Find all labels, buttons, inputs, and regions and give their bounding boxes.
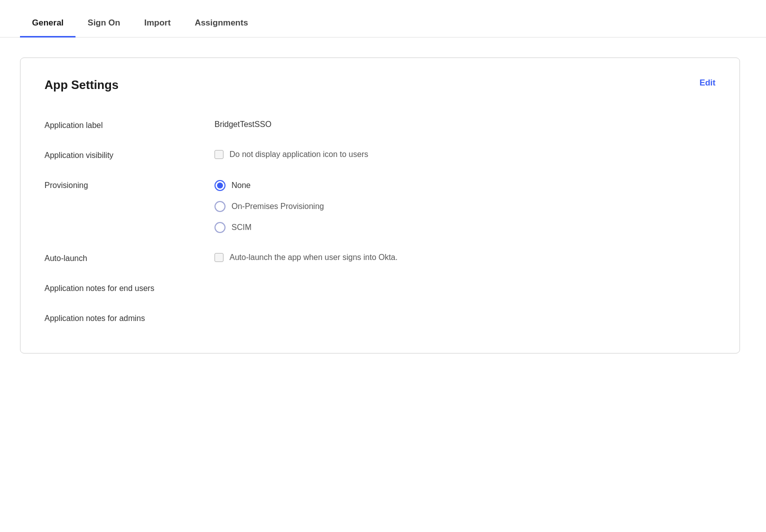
label-application-visibility: Application visibility bbox=[44, 150, 214, 160]
app-settings-card: App Settings Edit Application label Brid… bbox=[20, 58, 740, 354]
row-notes-admins: Application notes for admins bbox=[44, 303, 716, 333]
tab-bar: General Sign On Import Assignments bbox=[0, 0, 766, 38]
row-application-visibility: Application visibility Do not display ap… bbox=[44, 140, 716, 170]
radio-row-on-premises[interactable]: On-Premises Provisioning bbox=[214, 201, 716, 212]
tab-import[interactable]: Import bbox=[132, 10, 182, 38]
value-application-label: BridgetTestSSO bbox=[214, 120, 716, 129]
checkbox-auto-launch-label: Auto-launch the app when user signs into… bbox=[230, 253, 398, 262]
radio-scim-label: SCIM bbox=[232, 223, 252, 232]
edit-button[interactable]: Edit bbox=[700, 78, 716, 88]
label-provisioning: Provisioning bbox=[44, 180, 214, 190]
value-application-visibility: Do not display application icon to users bbox=[214, 150, 716, 159]
label-notes-admins: Application notes for admins bbox=[44, 313, 214, 323]
main-content: App Settings Edit Application label Brid… bbox=[0, 38, 766, 374]
card-title: App Settings bbox=[44, 78, 118, 92]
tab-general[interactable]: General bbox=[20, 10, 76, 38]
row-notes-end-users: Application notes for end users bbox=[44, 273, 716, 303]
label-auto-launch: Auto-launch bbox=[44, 253, 214, 263]
radio-none-inner bbox=[217, 182, 223, 188]
radio-on-premises-label: On-Premises Provisioning bbox=[232, 202, 324, 211]
radio-none-label: None bbox=[232, 181, 250, 190]
row-auto-launch: Auto-launch Auto-launch the app when use… bbox=[44, 243, 716, 273]
value-auto-launch: Auto-launch the app when user signs into… bbox=[214, 253, 716, 262]
checkbox-auto-launch[interactable] bbox=[214, 253, 224, 262]
card-header: App Settings Edit bbox=[44, 78, 716, 92]
value-provisioning: None On-Premises Provisioning SCIM bbox=[214, 180, 716, 233]
checkbox-row-visibility: Do not display application icon to users bbox=[214, 150, 716, 159]
radio-scim[interactable] bbox=[214, 222, 226, 233]
row-provisioning: Provisioning None On-Pr bbox=[44, 170, 716, 243]
radio-none[interactable] bbox=[214, 180, 226, 191]
radio-group-provisioning: None On-Premises Provisioning SCIM bbox=[214, 180, 716, 233]
radio-row-scim[interactable]: SCIM bbox=[214, 222, 716, 233]
checkbox-row-auto-launch: Auto-launch the app when user signs into… bbox=[214, 253, 716, 262]
checkbox-visibility-label: Do not display application icon to users bbox=[230, 150, 368, 159]
label-application-label: Application label bbox=[44, 120, 214, 130]
radio-on-premises[interactable] bbox=[214, 201, 226, 212]
settings-table: Application label BridgetTestSSO Applica… bbox=[44, 110, 716, 333]
label-notes-end-users: Application notes for end users bbox=[44, 283, 214, 293]
row-application-label: Application label BridgetTestSSO bbox=[44, 110, 716, 140]
tab-sign-on[interactable]: Sign On bbox=[76, 10, 132, 38]
checkbox-visibility[interactable] bbox=[214, 150, 224, 159]
tab-assignments[interactable]: Assignments bbox=[182, 10, 260, 38]
radio-row-none[interactable]: None bbox=[214, 180, 716, 191]
